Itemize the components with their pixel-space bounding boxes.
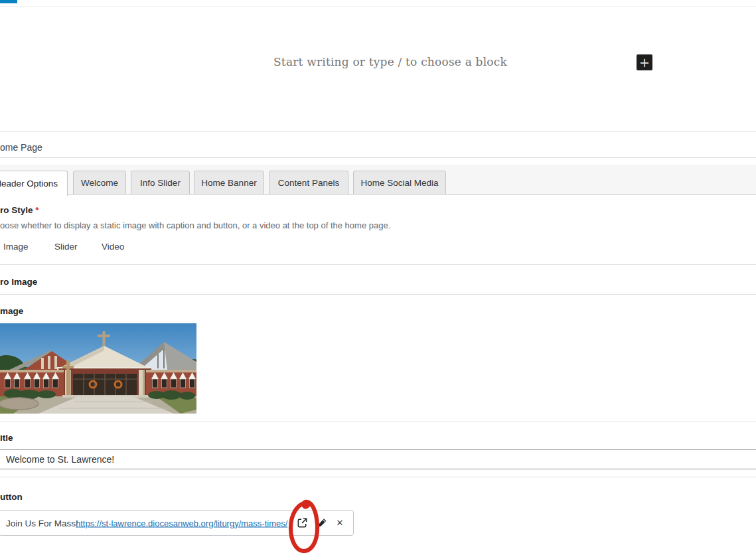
section-divider-2 <box>0 422 756 422</box>
open-link-button[interactable] <box>295 516 309 530</box>
metabox-top-divider <box>0 131 756 131</box>
link-url[interactable]: https://st-lawrence.diocesanweb.org/litu… <box>76 518 287 528</box>
radio-option-slider[interactable]: Slider <box>40 242 78 252</box>
hero-style-description: oose whether to display a static image w… <box>0 220 390 230</box>
radio-label-image: Image <box>3 242 29 252</box>
tab-home-social-media[interactable]: Home Social Media <box>353 171 446 195</box>
link-field: Join Us For Mass! https://st-lawrence.di… <box>0 510 354 536</box>
tab-info-slider[interactable]: Info Slider <box>131 171 190 195</box>
link-title-text: Join Us For Mass! <box>6 518 78 528</box>
tab-home-banner[interactable]: Home Banner <box>194 171 264 195</box>
metabox-title-divider <box>0 157 756 158</box>
group-label-hero-image: ro Image <box>0 277 37 287</box>
field-label-title: itle <box>0 433 13 443</box>
external-link-icon <box>297 517 308 528</box>
tab-content-panels[interactable]: Content Panels <box>269 171 348 195</box>
hero-style-label: ro Style <box>0 205 33 215</box>
pencil-icon <box>317 517 328 528</box>
toolbar-divider <box>0 6 756 7</box>
edit-link-button[interactable] <box>315 516 329 530</box>
radio-option-video[interactable]: Video <box>88 242 124 252</box>
page: Start writing or type / to choose a bloc… <box>0 0 756 553</box>
radio-option-image[interactable]: Image <box>3 242 29 252</box>
field-label-hero-style: ro Style * <box>0 205 39 215</box>
title-input[interactable] <box>0 449 756 469</box>
group-divider <box>0 294 756 295</box>
metabox-title: ome Page <box>0 142 42 153</box>
radio-circle-slider <box>40 242 50 252</box>
field-label-image: mage <box>0 306 23 316</box>
required-asterisk: * <box>35 205 38 215</box>
radio-label-slider: Slider <box>54 242 78 252</box>
close-icon: ✕ <box>337 518 344 528</box>
field-label-button: utton <box>0 492 23 502</box>
plus-icon: + <box>639 55 650 70</box>
tab-header-options[interactable]: leader Options <box>0 171 68 196</box>
radio-label-video: Video <box>102 242 124 252</box>
tab-welcome[interactable]: Welcome <box>73 171 126 195</box>
section-divider <box>0 264 756 265</box>
section-divider-3 <box>0 477 756 477</box>
hero-image-preview[interactable] <box>0 323 196 414</box>
radio-circle-video <box>88 242 98 252</box>
admin-bar-fragment <box>0 0 17 3</box>
remove-link-button[interactable]: ✕ <box>333 516 346 530</box>
church-photo <box>0 323 196 414</box>
block-placeholder[interactable]: Start writing or type / to choose a bloc… <box>273 55 507 68</box>
add-block-button[interactable]: + <box>637 54 652 70</box>
